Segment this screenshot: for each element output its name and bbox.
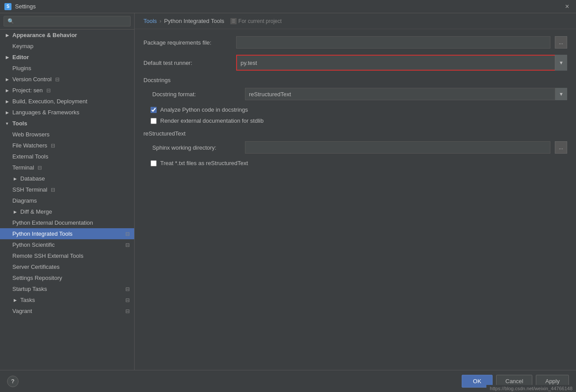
page-icon xyxy=(50,143,56,149)
arrow-icon xyxy=(12,209,18,215)
sidebar-item-label: Settings Repository xyxy=(12,275,62,281)
docstring-format-select[interactable]: reStructuredText Epytext Google NumPy Pl… xyxy=(245,88,567,100)
page-icon xyxy=(124,242,131,248)
docstrings-section-header: Docstrings xyxy=(143,77,567,83)
content-area: Tools › Python Integrated Tools ☰ For cu… xyxy=(135,13,576,370)
page-icon xyxy=(124,231,131,237)
default-runner-row: Default test runner: ▼ xyxy=(143,55,567,71)
sidebar-item-label: Startup Tasks xyxy=(12,286,47,292)
sidebar-item-label: SSH Terminal xyxy=(12,186,47,193)
breadcrumb-project: ☰ For current project xyxy=(230,18,282,24)
project-icon: ☰ xyxy=(230,18,237,24)
sidebar-item-build[interactable]: Build, Execution, Deployment xyxy=(0,96,134,107)
sidebar-item-editor[interactable]: Editor xyxy=(0,52,134,63)
sidebar-item-diagrams[interactable]: Diagrams xyxy=(0,195,134,206)
page-icon xyxy=(124,297,131,303)
package-req-browse-button[interactable]: ... xyxy=(555,36,567,49)
sidebar-item-appearance[interactable]: Appearance & Behavior xyxy=(0,30,134,41)
sidebar-item-file-watchers[interactable]: File Watchers xyxy=(0,140,134,151)
sidebar-item-label: External Tools xyxy=(12,153,48,160)
analyze-checkbox[interactable] xyxy=(151,107,157,113)
url-bar: https://blog.csdn.net/weixin_44766148 xyxy=(486,385,576,392)
package-req-label: Package requirements file: xyxy=(143,39,232,46)
analyze-checkbox-row: Analyze Python code in docstrings xyxy=(151,106,567,113)
default-runner-label: Default test runner: xyxy=(143,60,232,66)
page-icon xyxy=(37,165,43,171)
sidebar-item-diff-merge[interactable]: Diff & Merge xyxy=(0,206,134,217)
sidebar-item-label: Keymap xyxy=(12,43,34,49)
sidebar-item-plugins[interactable]: Plugins xyxy=(0,63,134,74)
render-checkbox-row: Render external documentation for stdlib xyxy=(151,117,567,124)
sphinx-label: Sphinx working directory: xyxy=(152,144,241,151)
sidebar-item-project[interactable]: Project: sen xyxy=(0,85,134,96)
page-icon xyxy=(54,76,60,83)
sidebar-item-label: Diff & Merge xyxy=(20,208,52,215)
sidebar-item-python-scientific[interactable]: Python Scientific xyxy=(0,239,134,250)
package-req-row: Package requirements file: ... xyxy=(143,36,567,49)
default-runner-input[interactable] xyxy=(236,55,567,71)
package-req-input[interactable] xyxy=(236,36,550,49)
arrow-icon xyxy=(4,55,10,60)
sidebar-item-label: Web Browsers xyxy=(12,131,49,138)
sidebar-item-web-browsers[interactable]: Web Browsers xyxy=(0,129,134,140)
sidebar-item-version-control[interactable]: Version Control xyxy=(0,74,134,85)
sidebar-item-label: Languages & Frameworks xyxy=(12,109,79,116)
help-button[interactable]: ? xyxy=(7,376,19,387)
sidebar-item-label: Version Control xyxy=(12,76,52,83)
render-checkbox-label[interactable]: Render external documentation for stdlib xyxy=(160,117,264,124)
sidebar-item-languages[interactable]: Languages & Frameworks xyxy=(0,107,134,118)
page-icon xyxy=(124,286,131,292)
sidebar-item-label: Python Scientific xyxy=(12,241,55,248)
sidebar-item-label: Terminal xyxy=(12,164,34,171)
close-button[interactable]: × xyxy=(563,2,572,11)
sidebar-item-label: Tasks xyxy=(20,297,35,303)
docstring-format-select-wrapper: reStructuredText Epytext Google NumPy Pl… xyxy=(245,88,567,100)
treat-checkbox-label[interactable]: Treat *.txt files as reStructuredText xyxy=(160,160,248,166)
arrow-icon xyxy=(12,298,18,303)
sidebar-item-settings-repo[interactable]: Settings Repository xyxy=(0,272,134,283)
arrow-icon xyxy=(4,121,10,126)
sidebar-item-vagrant[interactable]: Vagrant xyxy=(0,305,134,317)
arrow-icon xyxy=(12,176,18,181)
title-bar-left: S Settings xyxy=(4,3,36,10)
sidebar-item-server-certs[interactable]: Server Certificates xyxy=(0,261,134,272)
docstring-format-label: Docstring format: xyxy=(152,91,241,98)
analyze-checkbox-label[interactable]: Analyze Python code in docstrings xyxy=(160,106,248,113)
sidebar-item-label: Database xyxy=(20,175,45,182)
window-title: Settings xyxy=(15,3,36,10)
breadcrumb-current: Python Integrated Tools xyxy=(164,18,224,24)
restructured-section-header: reStructuredText xyxy=(143,130,567,137)
sidebar-item-tools[interactable]: Tools xyxy=(0,118,134,129)
sidebar-item-remote-ssh[interactable]: Remote SSH External Tools xyxy=(0,250,134,261)
treat-checkbox[interactable] xyxy=(151,160,157,166)
page-icon xyxy=(45,87,52,94)
sidebar-item-label: Python External Documentation xyxy=(12,219,93,226)
sidebar-item-tasks[interactable]: Tasks xyxy=(0,294,134,305)
page-icon xyxy=(50,187,56,193)
sphinx-row: Sphinx working directory: ... xyxy=(152,141,567,154)
sidebar-item-label: Project: sen xyxy=(12,87,43,94)
main-layout: Appearance & Behavior Keymap Editor Plug… xyxy=(0,13,576,370)
render-checkbox[interactable] xyxy=(151,118,157,124)
sidebar-item-label: Build, Execution, Deployment xyxy=(12,98,87,105)
search-input[interactable] xyxy=(4,16,131,26)
breadcrumb-tools[interactable]: Tools xyxy=(143,18,157,24)
sphinx-input[interactable] xyxy=(245,141,550,154)
sphinx-browse-button[interactable]: ... xyxy=(555,141,567,154)
sidebar: Appearance & Behavior Keymap Editor Plug… xyxy=(0,13,135,370)
sidebar-item-python-int-tools[interactable]: Python Integrated Tools xyxy=(0,228,134,239)
treat-checkbox-row: Treat *.txt files as reStructuredText xyxy=(151,160,567,166)
arrow-icon xyxy=(4,33,10,38)
sidebar-item-ssh-terminal[interactable]: SSH Terminal xyxy=(0,184,134,195)
sidebar-item-database[interactable]: Database xyxy=(0,173,134,184)
app-icon: S xyxy=(4,3,11,10)
sidebar-item-external-tools[interactable]: External Tools xyxy=(0,151,134,162)
sidebar-item-python-ext-doc[interactable]: Python External Documentation xyxy=(0,217,134,228)
sidebar-item-label: Diagrams xyxy=(12,197,37,204)
sidebar-item-startup-tasks[interactable]: Startup Tasks xyxy=(0,283,134,294)
page-icon xyxy=(124,308,131,314)
sidebar-item-label: Plugins xyxy=(12,65,31,72)
arrow-icon xyxy=(4,88,10,93)
sidebar-item-terminal[interactable]: Terminal xyxy=(0,162,134,173)
sidebar-item-keymap[interactable]: Keymap xyxy=(0,41,134,52)
